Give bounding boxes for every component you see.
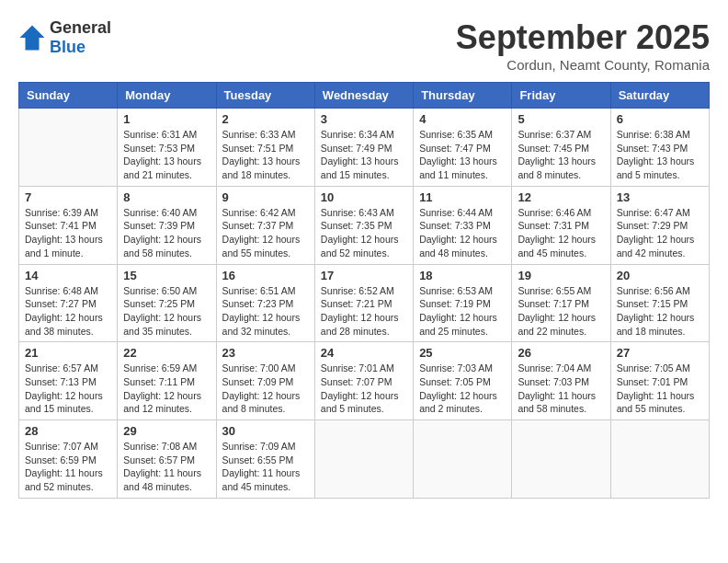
calendar-cell: 19Sunrise: 6:55 AM Sunset: 7:17 PM Dayli… bbox=[512, 264, 610, 342]
calendar-cell: 15Sunrise: 6:50 AM Sunset: 7:25 PM Dayli… bbox=[118, 264, 216, 342]
day-info: Sunrise: 6:59 AM Sunset: 7:11 PM Dayligh… bbox=[123, 362, 210, 416]
logo-text: General Blue bbox=[50, 18, 111, 57]
calendar-cell bbox=[414, 420, 512, 499]
day-number: 18 bbox=[419, 269, 506, 282]
calendar-cell: 29Sunrise: 7:08 AM Sunset: 6:57 PM Dayli… bbox=[118, 420, 216, 499]
calendar-cell: 30Sunrise: 7:09 AM Sunset: 6:55 PM Dayli… bbox=[216, 420, 314, 499]
weekday-header: Friday bbox=[512, 83, 610, 109]
day-number: 6 bbox=[617, 112, 703, 126]
calendar-cell: 25Sunrise: 7:03 AM Sunset: 7:05 PM Dayli… bbox=[414, 342, 512, 420]
calendar-week-row: 21Sunrise: 6:57 AM Sunset: 7:13 PM Dayli… bbox=[19, 342, 710, 420]
day-info: Sunrise: 6:55 AM Sunset: 7:17 PM Dayligh… bbox=[518, 284, 604, 339]
calendar-week-row: 7Sunrise: 6:39 AM Sunset: 7:41 PM Daylig… bbox=[19, 186, 710, 264]
day-number: 29 bbox=[123, 424, 210, 438]
day-info: Sunrise: 6:46 AM Sunset: 7:31 PM Dayligh… bbox=[518, 206, 604, 260]
logo-blue: Blue bbox=[50, 38, 111, 57]
day-info: Sunrise: 6:43 AM Sunset: 7:35 PM Dayligh… bbox=[321, 206, 407, 260]
day-info: Sunrise: 6:39 AM Sunset: 7:41 PM Dayligh… bbox=[25, 206, 111, 260]
day-info: Sunrise: 6:50 AM Sunset: 7:25 PM Dayligh… bbox=[123, 284, 210, 339]
day-number: 30 bbox=[222, 424, 309, 438]
weekday-header: Monday bbox=[118, 83, 216, 109]
weekday-header: Saturday bbox=[610, 83, 709, 109]
day-number: 8 bbox=[123, 190, 210, 204]
calendar-cell: 10Sunrise: 6:43 AM Sunset: 7:35 PM Dayli… bbox=[314, 186, 413, 264]
svg-marker-0 bbox=[20, 26, 45, 51]
weekday-header: Sunday bbox=[19, 83, 118, 109]
day-number: 5 bbox=[518, 112, 604, 126]
day-info: Sunrise: 6:38 AM Sunset: 7:43 PM Dayligh… bbox=[617, 128, 703, 182]
day-info: Sunrise: 7:07 AM Sunset: 6:59 PM Dayligh… bbox=[25, 440, 111, 494]
day-info: Sunrise: 6:40 AM Sunset: 7:39 PM Dayligh… bbox=[123, 206, 210, 260]
calendar-cell: 1Sunrise: 6:31 AM Sunset: 7:53 PM Daylig… bbox=[118, 109, 216, 187]
calendar-cell: 21Sunrise: 6:57 AM Sunset: 7:13 PM Dayli… bbox=[19, 342, 118, 420]
day-number: 9 bbox=[222, 190, 309, 204]
calendar-cell: 22Sunrise: 6:59 AM Sunset: 7:11 PM Dayli… bbox=[118, 342, 216, 420]
calendar-cell: 20Sunrise: 6:56 AM Sunset: 7:15 PM Dayli… bbox=[610, 264, 709, 342]
calendar-cell: 17Sunrise: 6:52 AM Sunset: 7:21 PM Dayli… bbox=[314, 264, 413, 342]
calendar-cell: 3Sunrise: 6:34 AM Sunset: 7:49 PM Daylig… bbox=[314, 109, 413, 187]
day-info: Sunrise: 6:48 AM Sunset: 7:27 PM Dayligh… bbox=[25, 284, 111, 339]
day-number: 21 bbox=[25, 346, 111, 360]
day-info: Sunrise: 6:56 AM Sunset: 7:15 PM Dayligh… bbox=[617, 284, 703, 339]
day-number: 27 bbox=[617, 346, 703, 360]
day-number: 22 bbox=[123, 346, 210, 360]
month-title: September 2025 bbox=[456, 18, 710, 57]
logo-general: General bbox=[50, 18, 111, 38]
calendar-cell: 28Sunrise: 7:07 AM Sunset: 6:59 PM Dayli… bbox=[19, 420, 118, 499]
calendar-week-row: 1Sunrise: 6:31 AM Sunset: 7:53 PM Daylig… bbox=[19, 109, 710, 187]
day-info: Sunrise: 6:44 AM Sunset: 7:33 PM Dayligh… bbox=[419, 206, 506, 260]
calendar-cell bbox=[314, 420, 413, 499]
day-number: 26 bbox=[518, 346, 604, 360]
day-number: 13 bbox=[617, 190, 703, 204]
calendar-cell: 18Sunrise: 6:53 AM Sunset: 7:19 PM Dayli… bbox=[414, 264, 512, 342]
calendar-cell: 4Sunrise: 6:35 AM Sunset: 7:47 PM Daylig… bbox=[414, 109, 512, 187]
day-info: Sunrise: 6:34 AM Sunset: 7:49 PM Dayligh… bbox=[321, 128, 407, 182]
calendar-cell: 24Sunrise: 7:01 AM Sunset: 7:07 PM Dayli… bbox=[314, 342, 413, 420]
calendar-cell: 8Sunrise: 6:40 AM Sunset: 7:39 PM Daylig… bbox=[118, 186, 216, 264]
day-info: Sunrise: 6:42 AM Sunset: 7:37 PM Dayligh… bbox=[222, 206, 309, 260]
calendar-cell: 16Sunrise: 6:51 AM Sunset: 7:23 PM Dayli… bbox=[216, 264, 314, 342]
calendar-cell bbox=[610, 420, 709, 499]
day-info: Sunrise: 6:52 AM Sunset: 7:21 PM Dayligh… bbox=[321, 284, 407, 339]
day-info: Sunrise: 7:08 AM Sunset: 6:57 PM Dayligh… bbox=[123, 440, 210, 494]
day-info: Sunrise: 6:35 AM Sunset: 7:47 PM Dayligh… bbox=[419, 128, 506, 182]
location-subtitle: Cordun, Neamt County, Romania bbox=[456, 57, 710, 73]
day-number: 19 bbox=[518, 269, 604, 282]
day-number: 11 bbox=[419, 190, 506, 204]
day-info: Sunrise: 6:47 AM Sunset: 7:29 PM Dayligh… bbox=[617, 206, 703, 260]
day-info: Sunrise: 7:01 AM Sunset: 7:07 PM Dayligh… bbox=[321, 362, 407, 416]
calendar-cell: 11Sunrise: 6:44 AM Sunset: 7:33 PM Dayli… bbox=[414, 186, 512, 264]
day-number: 23 bbox=[222, 346, 309, 360]
day-number: 15 bbox=[123, 269, 210, 282]
calendar-cell bbox=[19, 109, 118, 187]
logo: General Blue bbox=[18, 18, 111, 57]
day-number: 10 bbox=[321, 190, 407, 204]
calendar-cell: 7Sunrise: 6:39 AM Sunset: 7:41 PM Daylig… bbox=[19, 186, 118, 264]
day-number: 14 bbox=[25, 269, 111, 282]
calendar-cell: 2Sunrise: 6:33 AM Sunset: 7:51 PM Daylig… bbox=[216, 109, 314, 187]
calendar-cell: 12Sunrise: 6:46 AM Sunset: 7:31 PM Dayli… bbox=[512, 186, 610, 264]
day-info: Sunrise: 6:37 AM Sunset: 7:45 PM Dayligh… bbox=[518, 128, 604, 182]
page-header: General Blue September 2025 Cordun, Neam… bbox=[18, 18, 710, 73]
weekday-header: Tuesday bbox=[216, 83, 314, 109]
calendar-cell: 6Sunrise: 6:38 AM Sunset: 7:43 PM Daylig… bbox=[610, 109, 709, 187]
day-number: 1 bbox=[123, 112, 210, 126]
day-info: Sunrise: 7:03 AM Sunset: 7:05 PM Dayligh… bbox=[419, 362, 506, 416]
weekday-header: Thursday bbox=[414, 83, 512, 109]
day-number: 20 bbox=[617, 269, 703, 282]
day-info: Sunrise: 6:57 AM Sunset: 7:13 PM Dayligh… bbox=[25, 362, 111, 416]
calendar-cell: 5Sunrise: 6:37 AM Sunset: 7:45 PM Daylig… bbox=[512, 109, 610, 187]
title-block: September 2025 Cordun, Neamt County, Rom… bbox=[456, 18, 710, 73]
calendar-cell: 14Sunrise: 6:48 AM Sunset: 7:27 PM Dayli… bbox=[19, 264, 118, 342]
day-info: Sunrise: 7:04 AM Sunset: 7:03 PM Dayligh… bbox=[518, 362, 604, 416]
day-number: 24 bbox=[321, 346, 407, 360]
weekday-header-row: SundayMondayTuesdayWednesdayThursdayFrid… bbox=[19, 83, 710, 109]
day-number: 3 bbox=[321, 112, 407, 126]
day-info: Sunrise: 7:05 AM Sunset: 7:01 PM Dayligh… bbox=[617, 362, 703, 416]
day-number: 12 bbox=[518, 190, 604, 204]
calendar-cell: 23Sunrise: 7:00 AM Sunset: 7:09 PM Dayli… bbox=[216, 342, 314, 420]
day-number: 17 bbox=[321, 269, 407, 282]
day-info: Sunrise: 7:09 AM Sunset: 6:55 PM Dayligh… bbox=[222, 440, 309, 494]
calendar-table: SundayMondayTuesdayWednesdayThursdayFrid… bbox=[18, 82, 710, 499]
day-number: 4 bbox=[419, 112, 506, 126]
